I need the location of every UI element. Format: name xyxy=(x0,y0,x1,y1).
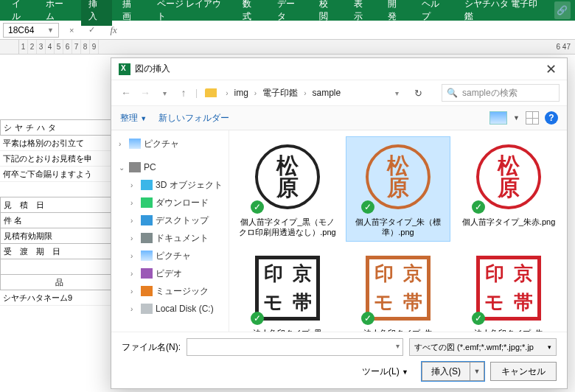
organize-menu[interactable]: 整理 ▼ xyxy=(120,112,147,125)
tree-node[interactable]: ダウンロード xyxy=(156,197,209,209)
disk-icon xyxy=(141,304,153,314)
checkmark-icon: ✓ xyxy=(361,200,374,214)
column-header: 123456789 6 47 xyxy=(0,40,575,55)
insert-button[interactable]: 挿入(S) ▼ xyxy=(422,362,484,381)
documents-icon xyxy=(141,233,153,243)
tree-node[interactable]: 3D オブジェクト xyxy=(156,179,223,192)
ribbon-tab[interactable]: 校閲 xyxy=(312,0,343,26)
videos-icon xyxy=(141,268,153,279)
pc-icon xyxy=(129,162,141,172)
dialog-title: 図の挿入 xyxy=(135,63,170,75)
chevron-right-icon[interactable]: › xyxy=(304,89,306,97)
chevron-down-icon: ▼ xyxy=(140,115,147,122)
3d-objects-icon xyxy=(141,180,153,190)
file-item[interactable]: 松原✓個人苗字タイプ_黒（モノクロ印刷用透過なし）.png xyxy=(235,136,340,242)
tree-node[interactable]: ドキュメント xyxy=(156,232,209,245)
cell[interactable]: 平素は格別のお引立て xyxy=(0,136,118,151)
file-name: 個人苗字タイプ_朱（標準）.png xyxy=(349,217,447,238)
share-icon[interactable]: 🔗 xyxy=(554,1,571,19)
pictures-icon xyxy=(141,251,153,261)
folder-icon xyxy=(205,88,217,97)
cell[interactable]: 何卒ご下命賜りますよう xyxy=(0,167,118,182)
tree-node[interactable]: Local Disk (C:) xyxy=(156,304,214,314)
close-icon[interactable]: ✕ xyxy=(543,61,560,77)
cell[interactable]: シヤチハタ xyxy=(0,120,118,136)
ribbon-tab[interactable]: 挿入 xyxy=(81,0,112,26)
ribbon-tab[interactable]: 描画 xyxy=(115,0,146,26)
recent-dropdown-icon[interactable]: ▾ xyxy=(157,89,172,97)
file-item[interactable]: 松原✓個人苗字タイプ_朱（標準）.png xyxy=(346,136,450,242)
cell[interactable]: 見 積 日 xyxy=(0,197,118,213)
name-box-value: 18C64 xyxy=(8,25,34,35)
excel-icon xyxy=(119,63,130,75)
insert-picture-dialog: 図の挿入 ✕ ← → ▾ ↑ | › img › 電子印鑑 › sample ▾… xyxy=(111,57,568,389)
ribbon-tab[interactable]: データ xyxy=(270,0,310,26)
back-icon[interactable]: ← xyxy=(119,87,133,99)
search-icon: 🔍 xyxy=(447,88,458,98)
filename-label: ファイル名(N): xyxy=(122,341,181,354)
forward-icon[interactable]: → xyxy=(138,87,153,99)
music-icon xyxy=(141,286,153,296)
chevron-down-icon: ▼ xyxy=(47,27,54,34)
file-item[interactable]: 松原✓個人苗字タイプ_朱赤.png xyxy=(456,136,561,242)
checkmark-icon: ✓ xyxy=(251,200,264,214)
breadcrumb[interactable]: 電子印鑑 xyxy=(262,87,298,99)
breadcrumb[interactable]: img xyxy=(234,88,248,98)
checkmark-icon: ✓ xyxy=(361,312,374,325)
file-name: 個人苗字タイプ_黒（モノクロ印刷用透過なし）.png xyxy=(239,217,336,238)
view-icon[interactable] xyxy=(489,111,507,125)
tools-menu[interactable]: ツール(L) ▼ xyxy=(362,365,408,378)
file-grid[interactable]: 松原✓個人苗字タイプ_黒（モノクロ印刷用透過なし）.png松原✓個人苗字タイプ_… xyxy=(229,130,567,332)
tree-node[interactable]: ミュージック xyxy=(156,285,209,298)
ribbon-tab[interactable]: 開発 xyxy=(380,0,411,26)
search-input[interactable]: 🔍 sampleの検索 xyxy=(442,84,560,102)
cell[interactable]: 件 名 xyxy=(0,213,118,228)
address-bar-row: ← → ▾ ↑ | › img › 電子印鑑 › sample ▾ ↻ 🔍 sa… xyxy=(111,80,567,105)
tree-node[interactable]: ビデオ xyxy=(156,267,182,280)
preview-pane-icon[interactable] xyxy=(526,111,539,125)
search-placeholder: sampleの検索 xyxy=(462,87,518,99)
folder-tree[interactable]: ›ピクチャ ⌄PC ›3D オブジェクト ›ダウンロード ›デスクトップ ›ドキ… xyxy=(111,130,229,332)
help-icon[interactable]: ? xyxy=(545,111,558,125)
chevron-down-icon[interactable]: ▾ xyxy=(389,89,404,97)
fx-icon[interactable]: fx xyxy=(105,24,121,36)
ribbon: イル ホーム 挿入 描画 ページ レイアウト 数式 データ 校閲 表示 開発 ヘ… xyxy=(0,0,575,21)
tree-node[interactable]: PC xyxy=(144,162,156,172)
name-box[interactable]: 18C64 ▼ xyxy=(3,23,59,38)
ribbon-tab[interactable]: 表示 xyxy=(346,0,377,26)
tree-node[interactable]: デスクトップ xyxy=(156,214,209,227)
cell[interactable]: 見積有効期限 xyxy=(0,228,118,244)
refresh-icon[interactable]: ↻ xyxy=(414,88,422,99)
chevron-down-icon: ▾ xyxy=(548,343,551,351)
up-icon[interactable]: ↑ xyxy=(176,87,191,99)
tree-node[interactable]: ピクチャ xyxy=(144,138,179,150)
chevron-down-icon[interactable]: ▾ xyxy=(396,342,400,350)
cell[interactable] xyxy=(0,259,118,275)
file-item[interactable]: 印京モ帯✓法人角印タイプ_朱 xyxy=(346,248,450,332)
cancel-button[interactable]: キャンセル xyxy=(490,362,557,381)
ribbon-tab[interactable]: ヘルプ xyxy=(414,0,454,26)
worksheet: シヤチハタ 平素は格別のお引立て 下記のとおりお見積を申 何卒ご下命賜りますよう… xyxy=(0,55,118,306)
cancel-icon[interactable]: × xyxy=(65,26,78,35)
checkmark-icon: ✓ xyxy=(251,312,264,325)
cell[interactable]: 下記のとおりお見積を申 xyxy=(0,151,118,167)
ribbon-tab[interactable]: シヤチハタ 電子印鑑 xyxy=(457,0,548,26)
cell[interactable]: 品 xyxy=(0,275,118,290)
ribbon-tab[interactable]: ページ レイアウト xyxy=(150,0,233,26)
chevron-right-icon[interactable]: › xyxy=(254,89,257,97)
chevron-down-icon[interactable]: ▼ xyxy=(513,114,520,122)
breadcrumb[interactable]: sample xyxy=(313,88,341,98)
new-folder-button[interactable]: 新しいフォルダー xyxy=(158,112,229,125)
cell[interactable]: シヤチハタネーム9 xyxy=(0,290,118,306)
file-item[interactable]: 印京モ帯✓法人角印タイプ_黒 xyxy=(235,248,340,332)
filetype-filter[interactable]: すべての図 (*.emf;*.wmf;*.jpg;*.jp▾ xyxy=(409,338,557,356)
chevron-down-icon[interactable]: ▼ xyxy=(470,368,484,375)
confirm-icon[interactable]: ✓ xyxy=(84,25,100,35)
tree-node[interactable]: ピクチャ xyxy=(156,250,191,262)
file-item[interactable]: 印京モ帯✓法人角印タイプ_朱 xyxy=(456,248,561,332)
column-header-right: 6 47 xyxy=(557,40,575,54)
cell[interactable]: 受 渡 期 日 xyxy=(0,244,118,259)
ribbon-tab[interactable]: 数式 xyxy=(235,0,266,26)
chevron-right-icon[interactable]: › xyxy=(226,89,228,97)
filename-input[interactable]: ▾ xyxy=(187,338,403,356)
